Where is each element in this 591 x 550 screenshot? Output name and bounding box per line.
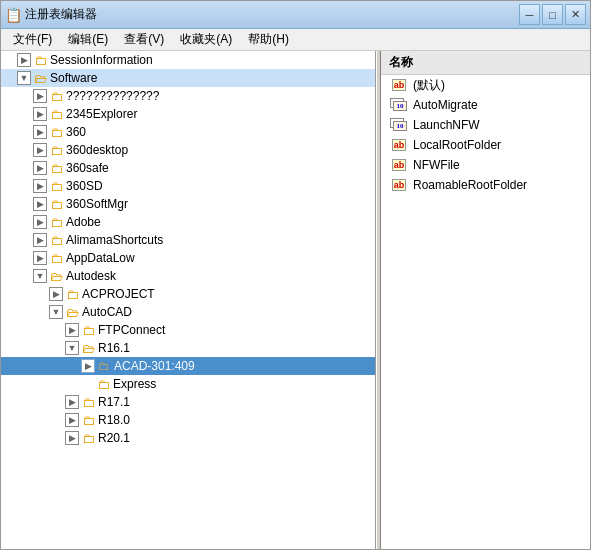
right-item-roamable[interactable]: ab RoamableRootFolder [381,175,590,195]
minimize-button[interactable]: ─ [519,4,540,25]
tree-label-360softmgr: 360SoftMgr [66,197,128,211]
tree-label-explorer: 2345Explorer [66,107,137,121]
reg-icon-nfwfile: ab [389,157,409,173]
expand-question-icon[interactable]: ▶ [33,89,47,103]
tree-item-360desktop[interactable]: ▶ 🗀 360desktop [1,141,375,159]
tree-item-alimama[interactable]: ▶ 🗀 AlimamaShortcuts [1,231,375,249]
tree-label-alimama: AlimamaShortcuts [66,233,163,247]
reg-icon-launchnfw: ab 10 [389,117,409,133]
expand-360sd-icon[interactable]: ▶ [33,179,47,193]
window-title: 注册表编辑器 [25,6,519,23]
tree-label-software: Software [50,71,97,85]
title-bar: 📋 注册表编辑器 ─ □ ✕ [1,1,590,29]
folder-icon-r201: 🗀 [80,431,96,445]
right-item-default[interactable]: ab (默认) [381,75,590,95]
tree-label-ftpconnect: FTPConnect [98,323,165,337]
folder-icon-acad301: 🗀 [96,359,112,373]
right-label-nfwfile: NFWFile [413,158,460,172]
main-content: ▶ 🗀 SessionInformation ▼ 🗁 Software ▶ 🗀 … [1,51,590,549]
tree-label-360: 360 [66,125,86,139]
tree-item-acad301[interactable]: ▶ 🗀 ACAD-301:409 [1,357,375,375]
tree-item-acproject[interactable]: ▶ 🗀 ACPROJECT [1,285,375,303]
folder-icon-autodesk: 🗁 [48,269,64,283]
tree-item-software[interactable]: ▼ 🗁 Software [1,69,375,87]
tree-item-r201[interactable]: ▶ 🗀 R20.1 [1,429,375,447]
tree-label-express: Express [113,377,156,391]
folder-icon-360safe: 🗀 [48,161,64,175]
expand-360safe-icon[interactable]: ▶ [33,161,47,175]
reg-icon-default: ab [389,77,409,93]
tree-label-r201: R20.1 [98,431,130,445]
expand-explorer-icon[interactable]: ▶ [33,107,47,121]
menu-edit[interactable]: 编辑(E) [60,29,116,50]
right-item-automigrate[interactable]: ab 10 AutoMigrate [381,95,590,115]
expand-r171-icon[interactable]: ▶ [65,395,79,409]
tree-label-session-info: SessionInformation [50,53,153,67]
tree-item-r180[interactable]: ▶ 🗀 R18.0 [1,411,375,429]
right-item-launchnfw[interactable]: ab 10 LaunchNFW [381,115,590,135]
tree-pane[interactable]: ▶ 🗀 SessionInformation ▼ 🗁 Software ▶ 🗀 … [1,51,376,549]
menu-bar: 文件(F) 编辑(E) 查看(V) 收藏夹(A) 帮助(H) [1,29,590,51]
expand-autocad-icon[interactable]: ▼ [49,305,63,319]
maximize-button[interactable]: □ [542,4,563,25]
tree-label-360sd: 360SD [66,179,103,193]
tree-label-autodesk: Autodesk [66,269,116,283]
folder-icon-r180: 🗀 [80,413,96,427]
expand-360-icon[interactable]: ▶ [33,125,47,139]
reg-icon-automigrate: ab 10 [389,97,409,113]
tree-item-express[interactable]: 🗀 Express [1,375,375,393]
menu-help[interactable]: 帮助(H) [240,29,297,50]
tree-item-question[interactable]: ▶ 🗀 ?????????????? [1,87,375,105]
tree-item-r171[interactable]: ▶ 🗀 R17.1 [1,393,375,411]
tree-item-appdatalow[interactable]: ▶ 🗀 AppDataLow [1,249,375,267]
reg-icon-localrootfolder: ab [389,137,409,153]
expand-r180-icon[interactable]: ▶ [65,413,79,427]
tree-item-360safe[interactable]: ▶ 🗀 360safe [1,159,375,177]
expand-ftpconnect-icon[interactable]: ▶ [65,323,79,337]
expand-autodesk-icon[interactable]: ▼ [33,269,47,283]
tree-item-session-info[interactable]: ▶ 🗀 SessionInformation [1,51,375,69]
expand-360desktop-icon[interactable]: ▶ [33,143,47,157]
tree-item-r161[interactable]: ▼ 🗁 R16.1 [1,339,375,357]
tree-item-360sd[interactable]: ▶ 🗀 360SD [1,177,375,195]
close-button[interactable]: ✕ [565,4,586,25]
expand-r201-icon[interactable]: ▶ [65,431,79,445]
tree-item-autodesk[interactable]: ▼ 🗁 Autodesk [1,267,375,285]
folder-icon-alimama: 🗀 [48,233,64,247]
tree-item-autocad[interactable]: ▼ 🗁 AutoCAD [1,303,375,321]
expand-appdatalow-icon[interactable]: ▶ [33,251,47,265]
tree-label-acproject: ACPROJECT [82,287,155,301]
reg-icon-roamable: ab [389,177,409,193]
folder-icon-appdatalow: 🗀 [48,251,64,265]
folder-icon-question: 🗀 [48,89,64,103]
tree-label-360safe: 360safe [66,161,109,175]
menu-view[interactable]: 查看(V) [116,29,172,50]
tree-item-360[interactable]: ▶ 🗀 360 [1,123,375,141]
expand-acproject-icon[interactable]: ▶ [49,287,63,301]
tree-item-explorer[interactable]: ▶ 🗀 2345Explorer [1,105,375,123]
expand-software-icon[interactable]: ▼ [17,71,31,85]
tree-label-adobe: Adobe [66,215,101,229]
right-label-automigrate: AutoMigrate [413,98,478,112]
registry-editor-window: 📋 注册表编辑器 ─ □ ✕ 文件(F) 编辑(E) 查看(V) 收藏夹(A) … [0,0,591,550]
menu-favorites[interactable]: 收藏夹(A) [172,29,240,50]
expand-session-icon[interactable]: ▶ [17,53,31,67]
expand-adobe-icon[interactable]: ▶ [33,215,47,229]
tree-label-appdatalow: AppDataLow [66,251,135,265]
expand-acad301-icon[interactable]: ▶ [81,359,95,373]
tree-label-question: ?????????????? [66,89,159,103]
tree-item-ftpconnect[interactable]: ▶ 🗀 FTPConnect [1,321,375,339]
tree-label-autocad: AutoCAD [82,305,132,319]
folder-icon-360desktop: 🗀 [48,143,64,157]
expand-360softmgr-icon[interactable]: ▶ [33,197,47,211]
expand-alimama-icon[interactable]: ▶ [33,233,47,247]
tree-label-acad301: ACAD-301:409 [114,359,195,373]
folder-icon-session: 🗀 [32,53,48,67]
tree-item-360softmgr[interactable]: ▶ 🗀 360SoftMgr [1,195,375,213]
tree-item-adobe[interactable]: ▶ 🗀 Adobe [1,213,375,231]
right-item-nfwfile[interactable]: ab NFWFile [381,155,590,175]
menu-file[interactable]: 文件(F) [5,29,60,50]
right-item-localrootfolder[interactable]: ab LocalRootFolder [381,135,590,155]
expand-r161-icon[interactable]: ▼ [65,341,79,355]
right-label-localrootfolder: LocalRootFolder [413,138,501,152]
